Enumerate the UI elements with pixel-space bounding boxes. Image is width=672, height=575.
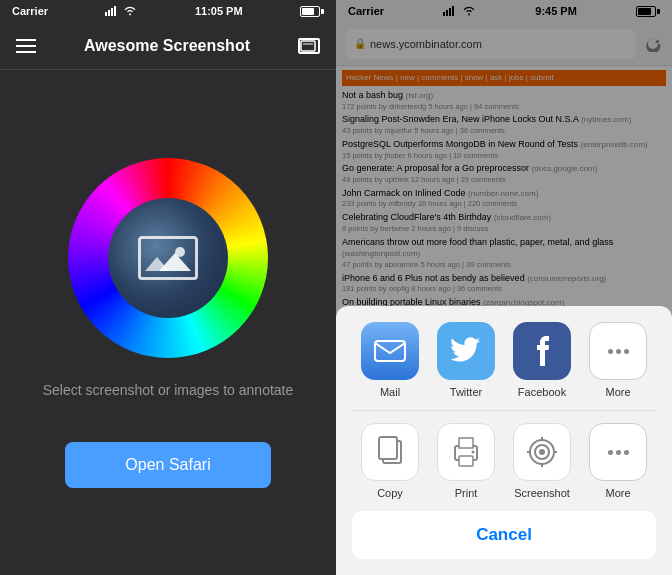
svg-point-19 — [539, 449, 545, 455]
twitter-svg — [450, 337, 482, 365]
svg-rect-15 — [459, 438, 473, 448]
share-top-row: Mail Twitter — [352, 322, 656, 398]
right-panel: Carrier 9:45 PM 🔒 news.ycombin — [336, 0, 672, 575]
signal-icon — [105, 6, 119, 16]
facebook-label: Facebook — [518, 386, 566, 398]
rainbow-circle — [68, 158, 268, 358]
screenshot-svg — [525, 435, 559, 469]
wifi-icon — [123, 6, 137, 16]
svg-rect-12 — [379, 437, 397, 459]
print-svg — [449, 436, 483, 468]
left-battery-icon — [300, 6, 324, 17]
left-carrier: Carrier — [12, 5, 48, 17]
menu-icon[interactable] — [16, 39, 36, 53]
svg-rect-10 — [375, 341, 405, 361]
share-sheet: Mail Twitter — [336, 306, 672, 575]
twitter-icon — [437, 322, 495, 380]
svg-rect-4 — [301, 41, 315, 51]
share-copy[interactable]: Copy — [361, 423, 419, 499]
share-overlay: Mail Twitter — [336, 0, 672, 575]
more-dots-bottom — [608, 450, 629, 455]
svg-point-16 — [472, 451, 475, 454]
copy-icon — [361, 423, 419, 481]
grid-view-icon[interactable] — [298, 38, 320, 54]
open-safari-button[interactable]: Open Safari — [65, 442, 270, 488]
image-placeholder-icon — [138, 236, 198, 280]
screenshot-icon — [513, 423, 571, 481]
more-bottom-icon — [589, 423, 647, 481]
facebook-icon — [513, 322, 571, 380]
left-panel: Carrier 11:05 PM Awesome Sc — [0, 0, 336, 575]
left-carrier-icons — [105, 6, 137, 16]
mail-svg — [374, 340, 406, 362]
share-screenshot[interactable]: Screenshot — [513, 423, 571, 499]
mail-icon — [361, 322, 419, 380]
share-mail[interactable]: Mail — [361, 322, 419, 398]
svg-rect-0 — [105, 12, 107, 16]
left-header: Awesome Screenshot — [0, 22, 336, 70]
tabs-icon — [300, 40, 318, 54]
cancel-button[interactable]: Cancel — [352, 511, 656, 559]
share-facebook[interactable]: Facebook — [513, 322, 571, 398]
svg-rect-3 — [114, 6, 116, 16]
more-top-label: More — [605, 386, 630, 398]
share-twitter[interactable]: Twitter — [437, 322, 495, 398]
facebook-svg — [528, 336, 556, 366]
screenshot-label: Screenshot — [514, 487, 570, 499]
left-content: Select screenshot or images to annotate … — [0, 70, 336, 575]
share-more-bottom[interactable]: More — [589, 423, 647, 499]
svg-rect-2 — [111, 8, 113, 16]
select-text: Select screenshot or images to annotate — [43, 382, 294, 398]
left-status-bar: Carrier 11:05 PM — [0, 0, 336, 22]
twitter-label: Twitter — [450, 386, 482, 398]
mountains-icon — [141, 253, 195, 271]
svg-rect-14 — [459, 456, 473, 466]
more-bottom-label: More — [605, 487, 630, 499]
inner-circle — [108, 198, 228, 318]
print-label: Print — [455, 487, 478, 499]
print-icon — [437, 423, 495, 481]
share-divider — [352, 410, 656, 411]
share-more-top[interactable]: More — [589, 322, 647, 398]
more-dots-top — [608, 349, 629, 354]
left-time: 11:05 PM — [195, 5, 243, 17]
svg-rect-1 — [108, 10, 110, 16]
copy-svg — [375, 435, 405, 469]
share-print[interactable]: Print — [437, 423, 495, 499]
mail-label: Mail — [380, 386, 400, 398]
more-top-icon — [589, 322, 647, 380]
app-title: Awesome Screenshot — [52, 37, 282, 55]
share-bottom-row: Copy Print — [352, 423, 656, 499]
copy-label: Copy — [377, 487, 403, 499]
